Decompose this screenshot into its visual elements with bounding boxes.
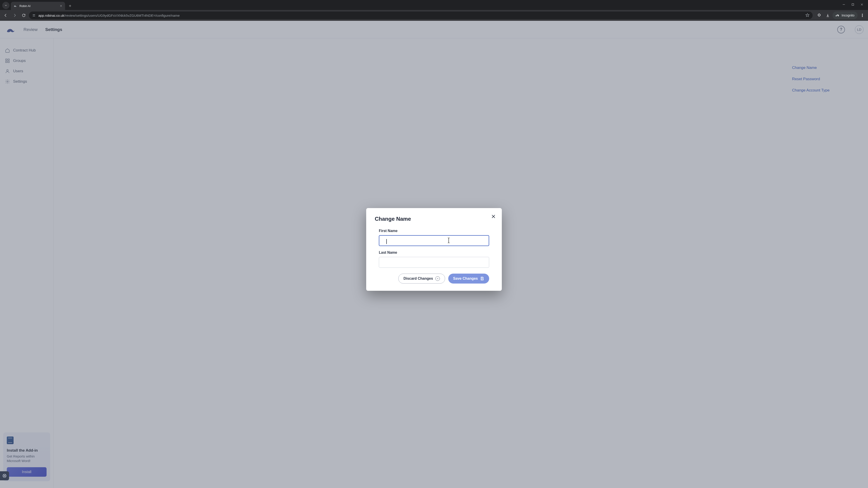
svg-point-29 (4, 475, 5, 477)
modal-close-button[interactable] (491, 214, 496, 220)
downloads-button[interactable] (824, 11, 832, 19)
tab-close-button[interactable] (60, 4, 62, 7)
incognito-chip[interactable]: Incognito (833, 11, 858, 19)
svg-point-15 (862, 16, 863, 17)
svg-rect-26 (482, 277, 483, 278)
svg-rect-8 (33, 14, 35, 15)
svg-point-13 (862, 14, 863, 14)
svg-point-14 (862, 15, 863, 15)
nav-reload-button[interactable] (20, 11, 28, 19)
window-close-button[interactable] (860, 3, 864, 7)
address-bar[interactable]: app.robinai.co.uk/review/settings/users/… (29, 11, 813, 19)
page-viewport: Review Settings ? LD Contract Hub Groups (0, 21, 868, 488)
browser-toolbar: app.robinai.co.uk/review/settings/users/… (0, 10, 868, 21)
nav-back-button[interactable] (2, 11, 9, 19)
tab-title: Robin AI (20, 4, 57, 8)
svg-marker-10 (806, 13, 809, 17)
browser-tab[interactable]: Robin AI (11, 2, 65, 10)
last-name-label: Last Name (379, 251, 489, 255)
url-text: app.robinai.co.uk/review/settings/users/… (38, 13, 803, 18)
tab-search-button[interactable] (2, 2, 9, 9)
extensions-button[interactable] (815, 11, 823, 19)
last-name-input[interactable] (379, 257, 489, 268)
svg-rect-5 (852, 4, 854, 5)
discard-icon (435, 276, 440, 281)
browser-menu-button[interactable] (859, 11, 866, 19)
new-tab-button[interactable] (67, 3, 73, 9)
change-name-modal: Change Name First Name Last Name Discard… (366, 208, 502, 291)
site-info-icon[interactable] (32, 13, 36, 17)
window-maximize-button[interactable] (851, 3, 855, 7)
nav-forward-button[interactable] (11, 11, 19, 19)
first-name-input[interactable] (379, 235, 489, 246)
save-changes-button[interactable]: Save Changes (448, 273, 489, 284)
first-name-label: First Name (379, 229, 489, 233)
svg-rect-9 (33, 16, 35, 16)
modal-title: Change Name (375, 216, 493, 222)
discard-changes-button[interactable]: Discard Changes (398, 273, 445, 284)
tab-favicon (13, 4, 17, 8)
svg-rect-27 (482, 279, 483, 280)
text-caret (386, 239, 387, 244)
browser-tabstrip: Robin AI (0, 0, 868, 10)
support-fab[interactable] (0, 471, 9, 480)
window-minimize-button[interactable] (842, 3, 845, 7)
save-icon (480, 276, 484, 281)
bookmark-star-icon[interactable] (805, 13, 809, 18)
